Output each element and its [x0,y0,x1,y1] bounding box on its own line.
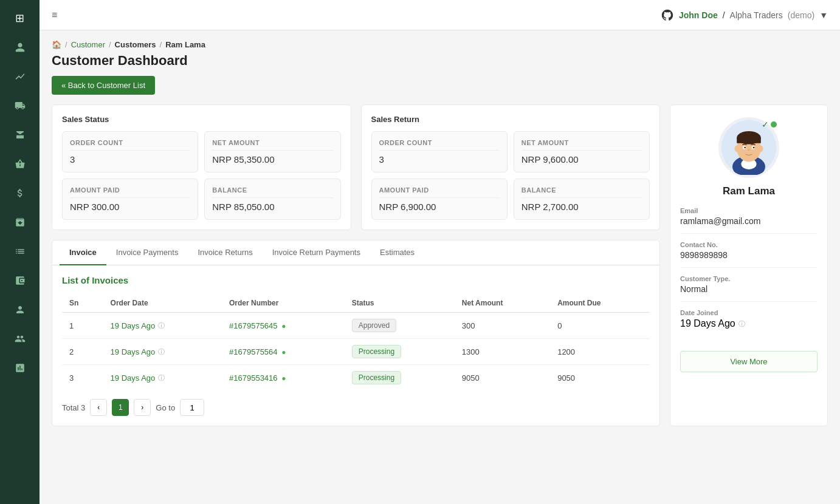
col-status: Status [345,294,455,313]
total-label: Total 3 [62,403,85,412]
sales-status-balance: BALANCE NRP 85,050.00 [204,179,340,220]
sidebar-item-person[interactable] [8,298,32,322]
sales-status-order-count-value: 3 [70,154,190,165]
sidebar-item-wallet[interactable] [8,268,32,293]
goto-input[interactable] [180,399,204,416]
table-row: 3 19 Days Ago ⓘ #1679553416 ● Processing… [62,365,650,391]
col-net-amount: Net Amount [455,294,550,313]
customer-name: Ram Lama [723,185,775,197]
check-icon: ✓ [762,120,769,129]
invoice-table: Sn Order Date Order Number Status Net Am… [62,294,650,390]
github-icon [661,9,674,22]
tab-invoice-return-payments[interactable]: Invoice Return Payments [263,240,370,265]
dropdown-icon[interactable]: ▼ [819,10,828,20]
sales-status-grid: ORDER COUNT 3 NET AMOUNT NRP 85,350.00 A… [62,131,341,220]
order-link[interactable]: #1679575645 [229,321,278,330]
sales-status-net-amount-value: NRP 85,350.00 [212,154,332,165]
sidebar-item-basket[interactable] [8,152,32,176]
sidebar-item-box[interactable] [8,210,32,234]
cell-sn: 1 [62,313,103,339]
svg-point-10 [753,147,755,149]
sidebar-item-team[interactable] [8,327,32,351]
prev-page-button[interactable]: ‹ [90,399,107,416]
home-icon[interactable]: 🏠 [52,40,61,49]
email-row: Email ramlama@gmail.com [680,207,818,234]
table-header-row: Sn Order Date Order Number Status Net Am… [62,294,650,313]
sidebar-item-list[interactable] [8,239,32,264]
view-more-button[interactable]: View More [680,351,818,372]
table-row: 1 19 Days Ago ⓘ #1679575645 ● Approved 3… [62,313,650,339]
page-1-button[interactable]: 1 [112,399,129,416]
email-value: ramlama@gmail.com [680,216,818,226]
order-link[interactable]: #1679575564 [229,347,278,356]
tab-invoice-returns[interactable]: Invoice Returns [188,240,262,265]
table-row: 2 19 Days Ago ⓘ #1679575564 ● Processing… [62,339,650,365]
date-info-icon: ⓘ [158,347,165,356]
date-text: 19 Days Ago [111,321,156,330]
sidebar-item-report[interactable] [8,356,32,380]
customer-type-label: Customer Type. [680,275,818,282]
sidebar-item-truck[interactable] [8,94,32,118]
svg-point-11 [735,145,739,152]
cell-net-amount: 1300 [455,339,550,365]
date-joined-row: Date Joined 19 Days Ago ⓘ [680,309,818,336]
order-check-icon: ● [281,322,286,330]
cell-amount-due: 1200 [550,339,650,365]
demo-label: (demo) [788,10,814,20]
tab-invoice[interactable]: Invoice [60,240,106,265]
sidebar-item-chart[interactable] [8,64,32,89]
dashboard-main: Sales Status ORDER COUNT 3 NET AMOUNT NR… [52,104,660,426]
cell-status: Processing [345,365,455,391]
sales-return-amount-paid-label: AMOUNT PAID [379,186,500,198]
date-joined-text: 19 Days Ago [680,318,735,329]
topbar-separator: / [723,10,725,20]
svg-point-9 [744,147,746,149]
topbar: ≡ John Doe / Alpha Traders (demo) ▼ [40,0,840,30]
sales-status-panel: Sales Status ORDER COUNT 3 NET AMOUNT NR… [52,104,351,230]
page-title: Customer Dashboard [52,53,828,69]
sidebar-item-store[interactable] [8,123,32,147]
sales-return-order-count-value: 3 [379,154,500,165]
sidebar-item-dashboard[interactable]: ⊞ [8,6,32,30]
contact-label: Contact No. [680,241,818,248]
next-page-button[interactable]: › [134,399,151,416]
breadcrumb-customer[interactable]: Customer [71,40,105,49]
tab-estimates[interactable]: Estimates [370,240,424,265]
order-link[interactable]: #1679553416 [229,373,278,383]
sales-return-order-count: ORDER COUNT 3 [371,131,508,172]
topbar-left: ≡ [52,10,57,21]
breadcrumb: 🏠 / Customer / Customers / Ram Lama [52,40,828,49]
list-title: List of Invoices [62,275,650,285]
back-to-list-button[interactable]: « Back to Customer List [52,76,155,95]
breadcrumb-sep-1: / [65,40,67,49]
sales-return-balance-label: BALANCE [522,186,642,198]
sales-status-order-count: ORDER COUNT 3 [62,131,198,172]
breadcrumb-sep-2: / [109,40,111,49]
cell-order-number: #1679575564 ● [222,339,345,365]
sales-status-amount-paid-value: NRP 300.00 [70,202,190,212]
col-amount-due: Amount Due [550,294,650,313]
sales-return-net-amount-value: NRP 9,600.00 [522,154,642,165]
sales-return-panel: Sales Return ORDER COUNT 3 NET AMOUNT NR… [361,104,661,230]
sales-return-balance: BALANCE NRP 2,700.00 [514,179,650,220]
cell-net-amount: 300 [455,313,550,339]
company-name: Alpha Traders [730,10,783,20]
tab-invoice-payments[interactable]: Invoice Payments [106,240,188,265]
order-check-icon: ● [281,348,286,356]
email-label: Email [680,207,818,214]
sales-status-balance-value: NRP 85,050.00 [212,202,332,212]
tabs-content: List of Invoices Sn Order Date Order Num… [52,265,659,426]
date-joined-label: Date Joined [680,309,818,316]
sidebar: ⊞ [0,0,40,504]
sales-return-amount-paid: AMOUNT PAID NRP 6,900.00 [371,179,508,220]
menu-icon[interactable]: ≡ [52,10,57,21]
cell-date: 19 Days Ago ⓘ [103,313,222,339]
date-text: 19 Days Ago [111,373,156,383]
sales-return-net-amount-label: NET AMOUNT [522,139,642,151]
status-badge: Approved [352,319,396,332]
sidebar-item-money[interactable] [8,181,32,205]
breadcrumb-customers[interactable]: Customers [115,40,156,49]
col-order-number: Order Number [222,294,345,313]
topbar-right: John Doe / Alpha Traders (demo) ▼ [661,9,828,22]
sidebar-item-users[interactable] [8,35,32,60]
